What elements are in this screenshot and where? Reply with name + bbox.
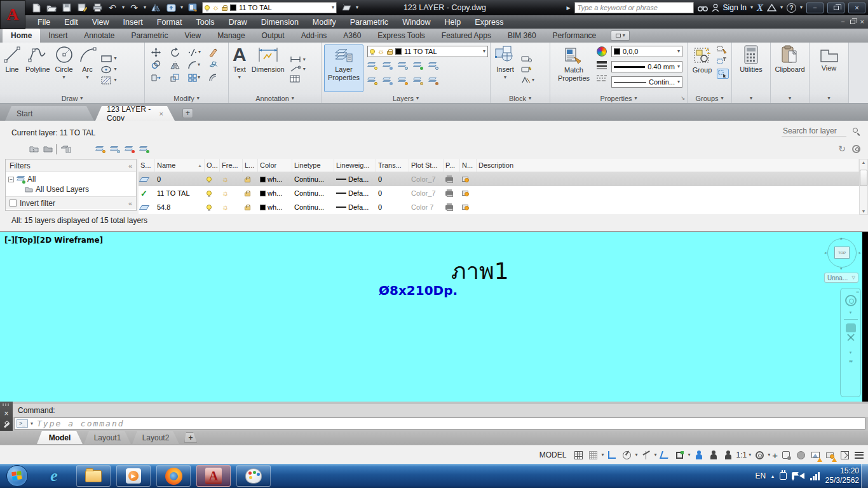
tab-express-tools[interactable]: Express Tools	[369, 29, 433, 43]
panel-label-groups[interactable]: Groups▾	[688, 93, 731, 103]
tab-addins[interactable]: Add-ins	[293, 29, 336, 43]
trusted-location-icon[interactable]	[824, 449, 836, 461]
tab-layout1[interactable]: Layout1	[84, 431, 131, 444]
utilities-button[interactable]: Utilities	[732, 43, 770, 92]
linear-dimension-tool[interactable]: ▾	[290, 56, 306, 63]
osnap-dropdown-icon[interactable]: ▾	[688, 452, 691, 458]
power-icon[interactable]	[780, 472, 787, 480]
navigation-wheel-icon[interactable]	[845, 295, 857, 306]
scrollbar-thumb[interactable]	[860, 170, 867, 186]
tab-home[interactable]: Home	[3, 29, 40, 43]
col-freeze[interactable]: Fre...	[220, 159, 243, 172]
match-properties-button[interactable]: Match Properties	[554, 44, 593, 94]
show-desktop-button[interactable]	[861, 464, 868, 488]
tab-performance[interactable]: Performance	[545, 29, 605, 43]
col-description[interactable]: Description	[477, 159, 859, 172]
tab-view[interactable]: View	[176, 29, 209, 43]
scale-dropdown-icon[interactable]: ▾	[749, 452, 751, 458]
zoom-dropdown-icon[interactable]: ▾	[850, 350, 852, 355]
refresh-icon[interactable]: ↻	[838, 144, 846, 154]
explode-tool[interactable]	[207, 59, 220, 71]
help-dropdown[interactable]: ▾	[800, 5, 803, 10]
recent-commands-dropdown[interactable]: ▾	[31, 421, 33, 426]
menu-tools[interactable]: Tools	[189, 15, 221, 29]
object-snap-tracking-toggle[interactable]	[659, 449, 672, 461]
col-color[interactable]: Color	[258, 159, 292, 172]
grid-dropdown-icon[interactable]: ▾	[601, 452, 604, 458]
dimension-button[interactable]: Dimension	[252, 43, 285, 92]
create-block-tool[interactable]	[521, 55, 534, 62]
command-customize-icon[interactable]	[3, 421, 10, 429]
on-icon[interactable]	[207, 205, 212, 210]
panel-label-utilities[interactable]: ▾	[732, 93, 770, 103]
panel-label-clipboard[interactable]: ▾	[771, 93, 809, 103]
workspace-switching-icon[interactable]	[753, 449, 766, 461]
ellipse-tool[interactable]: ▾	[101, 65, 117, 74]
linetype-icon[interactable]	[596, 74, 607, 82]
doc-restore-button[interactable]	[850, 20, 855, 24]
layer-table-scrollbar[interactable]: ▲ ▼	[859, 159, 868, 215]
panel-label-annotation[interactable]: Annotation▾	[229, 93, 321, 103]
filter-all-used[interactable]: All Used Layers	[8, 184, 133, 194]
navigation-bar[interactable]: × ▾ ▾ ▾▾	[840, 288, 861, 397]
plot-icon[interactable]	[445, 191, 453, 196]
menu-insert[interactable]: Insert	[116, 15, 150, 29]
lineweight-dropdown[interactable]: 0.40 mm ▾	[611, 61, 682, 72]
hatch-tool[interactable]: ▾	[101, 76, 117, 85]
new-layout-button[interactable]: +	[184, 432, 197, 443]
col-name[interactable]: Name▲	[155, 159, 205, 172]
ortho-mode-toggle[interactable]	[606, 449, 618, 461]
layer-match-tool[interactable]	[428, 78, 438, 85]
workspace-dropdown-icon[interactable]: ▾	[768, 452, 770, 458]
tab-model[interactable]: Model	[37, 431, 83, 444]
annotation-monitor-plus-icon[interactable]: +	[772, 450, 778, 461]
plot-icon[interactable]	[445, 177, 453, 182]
new-vp-freeze-icon[interactable]	[462, 177, 468, 182]
rotate-tool[interactable]	[168, 46, 182, 58]
new-layer-icon[interactable]	[94, 144, 105, 154]
color-wheel-icon[interactable]	[597, 46, 607, 57]
color-swatch[interactable]	[260, 177, 266, 182]
menu-modify[interactable]: Modify	[306, 15, 343, 29]
col-on[interactable]: O...	[205, 159, 220, 172]
layer-off-tool[interactable]	[367, 62, 377, 69]
polyline-button[interactable]: Polyline	[25, 43, 50, 92]
menu-dimension[interactable]: Dimension	[254, 15, 306, 29]
panel-label-properties[interactable]: Properties▾↘	[550, 93, 687, 103]
command-close-icon[interactable]: ×	[4, 410, 8, 417]
new-vp-freeze-icon[interactable]	[462, 191, 468, 196]
polar-dropdown-icon[interactable]: ▾	[635, 452, 637, 458]
col-plot-style[interactable]: Plot St...	[409, 159, 444, 172]
tree-collapse-icon[interactable]: −	[8, 177, 14, 182]
tab-output[interactable]: Output	[254, 29, 293, 43]
panel-dialog-launcher[interactable]: ↘	[681, 95, 685, 101]
menu-view[interactable]: View	[85, 15, 116, 29]
infocenter-expand-icon[interactable]: ▸	[567, 3, 571, 12]
hardware-acceleration-icon[interactable]	[794, 449, 807, 461]
stretch-tool[interactable]	[149, 72, 163, 83]
panel-label-view[interactable]: ▾	[810, 93, 848, 103]
erase-tool[interactable]	[207, 46, 220, 58]
block-attributes-tool[interactable]: ▾	[521, 76, 534, 84]
group-button[interactable]: Group	[689, 44, 715, 94]
layer-tools-icon[interactable]	[187, 3, 198, 13]
new-group-filter-icon[interactable]	[42, 144, 53, 154]
text-button[interactable]: A Text ▾	[233, 43, 247, 92]
volume-icon[interactable]	[799, 473, 804, 479]
pan-icon[interactable]	[846, 323, 856, 332]
zoom-icon[interactable]	[846, 336, 856, 346]
annotation-scale-icon[interactable]	[722, 449, 735, 461]
ribbon-minimize-button[interactable]: ▾	[611, 30, 630, 41]
lock-icon[interactable]	[245, 179, 250, 182]
save-icon[interactable]	[61, 3, 72, 13]
a360-dropdown[interactable]: ▾	[780, 5, 783, 10]
filter-all[interactable]: − All	[8, 174, 133, 184]
col-lineweight[interactable]: Lineweig...	[334, 159, 376, 172]
language-indicator[interactable]: EN	[755, 471, 766, 480]
col-new-vp[interactable]: N...	[460, 159, 477, 172]
menu-draw[interactable]: Draw	[222, 15, 254, 29]
snap-mode-toggle[interactable]	[572, 449, 585, 461]
polar-tracking-toggle[interactable]	[620, 449, 633, 461]
object-snap-toggle[interactable]	[674, 449, 686, 461]
tab-featured-apps[interactable]: Featured Apps	[433, 29, 499, 43]
